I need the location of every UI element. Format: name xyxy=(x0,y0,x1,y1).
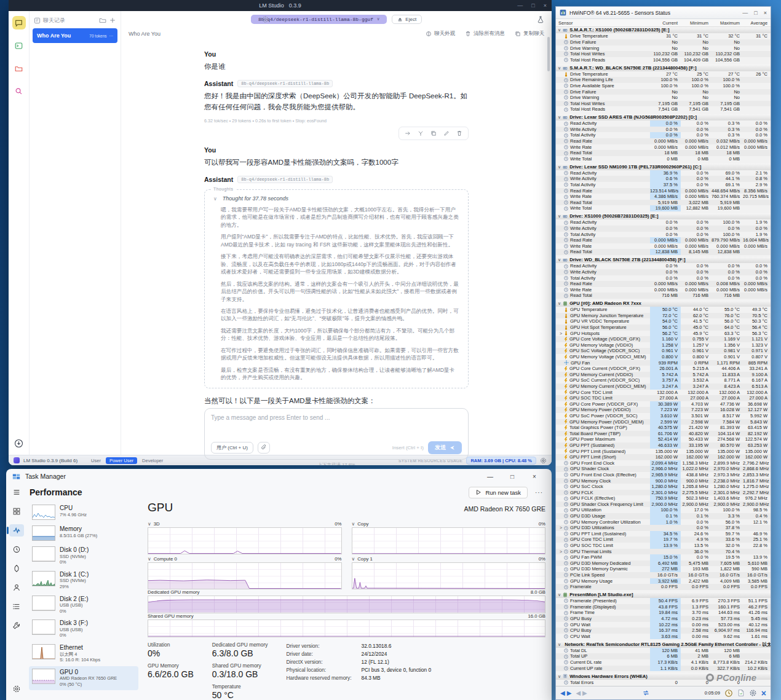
settings-gear-icon[interactable] xyxy=(749,689,757,697)
new-chat-icon[interactable] xyxy=(109,17,116,24)
sensor-section-header[interactable]: ∨S.M.A.R.T.: WD_BLACK SN750E 2TB (221344… xyxy=(556,65,771,71)
sensor-section-header[interactable]: ∨GPU [#0]: AMD Radeon RX 7xxx xyxy=(556,301,771,307)
chevron-down-icon[interactable]: ∨ xyxy=(148,556,151,562)
sensor-name[interactable]: >GPU D3D Utilizations xyxy=(556,525,650,531)
maximum-value: 12,838 MB xyxy=(712,249,743,255)
role-selector-button[interactable]: 用户 (Ctrl + U) xyxy=(211,442,253,454)
delete-icon[interactable] xyxy=(456,130,462,136)
maximize-icon[interactable]: □ xyxy=(754,10,757,16)
sidebar-item-memory[interactable]: Memory8.5/31.6 GB (27%) xyxy=(29,523,138,543)
minimum-value: 0.0 % xyxy=(681,232,712,238)
minimize-icon[interactable]: — xyxy=(517,2,523,9)
developer-console-icon[interactable] xyxy=(12,39,26,52)
mode-user[interactable]: User xyxy=(87,457,105,464)
sensor-section-header[interactable]: ∨S.M.A.R.T.: XS1000 (50026B72831D0325) [… xyxy=(556,27,771,33)
sidebar-item-disk-0-d-[interactable]: Disk 0 (D:)SSD (NVMe)0% xyxy=(29,544,138,568)
chat-appearance-button[interactable]: 聊天外观 xyxy=(426,30,455,37)
sidebar-item-disk-3-f-[interactable]: Disk 3 (F:)USB (USB)0% xyxy=(29,617,138,641)
close-icon[interactable]: × xyxy=(764,10,767,16)
model-settings-gear-icon[interactable] xyxy=(261,15,269,23)
startup-apps-tab-icon[interactable] xyxy=(9,562,24,575)
performance-tab-icon[interactable] xyxy=(9,524,24,537)
menu-icon[interactable] xyxy=(9,486,24,498)
maximize-icon[interactable]: □ xyxy=(501,473,523,480)
ins ert-button[interactable]: Insert (Ctrl + I) xyxy=(392,445,424,450)
sidebar-item-disk-1-c-[interactable]: Disk 1 (C:)SSD (NVMe)29% xyxy=(29,568,138,592)
sidebar-item-gpu-0[interactable]: GPU 0AMD Radeon RX 7650 GRE0% (50 °C) xyxy=(29,666,138,690)
details-tab-icon[interactable] xyxy=(9,600,24,613)
sensor-section-header[interactable]: ∨PresentMon [LM Studio.exe] xyxy=(556,592,771,598)
more-options-icon[interactable]: ··· xyxy=(535,489,543,496)
model-selector[interactable]: 8b-q4/deepseek-r1-distill-llama-8b-gguf … xyxy=(251,15,387,24)
chat-scrollbar[interactable] xyxy=(547,37,550,71)
processes-tab-icon[interactable] xyxy=(9,505,24,517)
services-tab-icon[interactable] xyxy=(9,619,24,632)
sensor-section-header[interactable]: ∨Network: RealTek Semiconductor RTL8125 … xyxy=(556,641,771,647)
next-page-icon[interactable]: ▶ xyxy=(567,690,572,696)
users-tab-icon[interactable] xyxy=(9,581,24,594)
run-new-task-button[interactable]: Run new task xyxy=(469,487,528,498)
chat-list-item-selected[interactable]: Who Are You 70 tokens ··· xyxy=(33,28,117,43)
voltage-icon xyxy=(564,390,568,395)
download-status-icon[interactable] xyxy=(12,436,26,450)
maximum-value: 0.981 V xyxy=(712,348,743,354)
sensor-section-header[interactable]: ∨Drive: Lexar SSD NM1090 1TB (PEL733R000… xyxy=(556,163,771,170)
sidebar-item-title: GPU 0 xyxy=(60,669,117,676)
current-value: 5.742 A xyxy=(650,372,681,378)
sensor-name: Write Activity xyxy=(556,269,650,275)
continue-arrow-icon[interactable] xyxy=(405,130,411,136)
minimum-value: 193 MB xyxy=(681,566,712,572)
minimize-icon[interactable]: — xyxy=(742,10,748,16)
sidebar-item-cpu[interactable]: CPU7% 4.96 GHz xyxy=(29,502,138,522)
app-history-tab-icon[interactable] xyxy=(9,543,24,556)
sensor-name[interactable]: >GPU Thermal Limits xyxy=(556,549,650,555)
mode-developer[interactable]: Developer xyxy=(138,457,167,464)
message-input-box[interactable]: Type a message and press Enter to send .… xyxy=(204,408,469,460)
sensor-name[interactable]: >GPU Hotspots xyxy=(556,331,650,337)
close-sensors-icon[interactable]: × xyxy=(761,689,766,698)
mode-power-user[interactable]: Power User xyxy=(106,457,137,464)
sensor-section-header[interactable]: ∨Drive: XS1000 (50026B72831D0325) [E:] xyxy=(556,213,771,219)
eject-model-button[interactable]: Eject xyxy=(392,15,422,24)
sync-icon[interactable] xyxy=(642,689,650,697)
send-button[interactable]: 发送 xyxy=(428,441,462,454)
chevron-down-icon[interactable]: ∨ xyxy=(148,521,151,527)
prev-page-icon[interactable]: ◀ xyxy=(560,690,565,696)
maximize-icon[interactable]: □ xyxy=(531,2,534,9)
current-value: 36.9 % xyxy=(650,170,681,176)
attach-file-button[interactable] xyxy=(258,442,270,454)
chat-item-more-icon[interactable]: ··· xyxy=(109,34,114,38)
clear-all-messages-button[interactable]: 清除所有消息 xyxy=(465,30,505,37)
current-value: 0.000 MB/s xyxy=(650,237,681,243)
report-page-icon[interactable] xyxy=(737,689,745,697)
sensor-name: Write Activity xyxy=(556,176,650,182)
branch-icon[interactable] xyxy=(418,130,424,136)
settings-gear-icon[interactable] xyxy=(9,683,24,695)
chevron-down-icon[interactable]: ∨ xyxy=(352,521,355,527)
sensor-section-header[interactable]: ∨Drive: WD_BLACK SN750E 2TB (22134480045… xyxy=(556,257,771,263)
minimize-icon[interactable]: — xyxy=(479,473,501,480)
sensor-name: Read Total xyxy=(556,200,650,206)
sensor-name: Total Activity xyxy=(556,182,650,188)
current-value: 37.5 % xyxy=(650,182,681,188)
sidebar-item-sub: SSD (NVMe) xyxy=(60,578,89,584)
sidebar-item-ethernet[interactable]: Ethernet以太网 4S: 16.0 R: 104 Kbps xyxy=(29,642,138,666)
experiment-flask-icon[interactable] xyxy=(537,15,544,23)
edit-icon[interactable] xyxy=(443,130,450,136)
clock-icon[interactable] xyxy=(724,689,733,698)
duplicate-chat-button[interactable]: 复制聊天 xyxy=(515,30,544,37)
close-icon[interactable]: × xyxy=(523,473,545,480)
copy-icon[interactable] xyxy=(430,130,437,136)
discover-search-icon[interactable] xyxy=(12,84,26,98)
sidebar-item-disk-2-e-[interactable]: Disk 2 (E:)USB (USB)0% xyxy=(29,593,138,617)
minimum-value: No xyxy=(681,89,712,95)
models-folder-icon[interactable] xyxy=(12,61,26,75)
clock-icon xyxy=(564,616,568,621)
settings-gear-icon[interactable] xyxy=(540,457,547,464)
close-icon[interactable]: × xyxy=(544,2,547,9)
new-folder-icon[interactable] xyxy=(99,17,106,24)
chevron-down-icon[interactable]: ∨ xyxy=(352,556,355,562)
sensor-section-header[interactable]: ∨Drive: Lexar SSD ARES 4TB (NJG568R00350… xyxy=(556,114,771,120)
chat-tab-icon[interactable] xyxy=(12,16,26,29)
thoughts-toggle[interactable]: ∨ Thought for 37.78 seconds xyxy=(213,195,459,202)
